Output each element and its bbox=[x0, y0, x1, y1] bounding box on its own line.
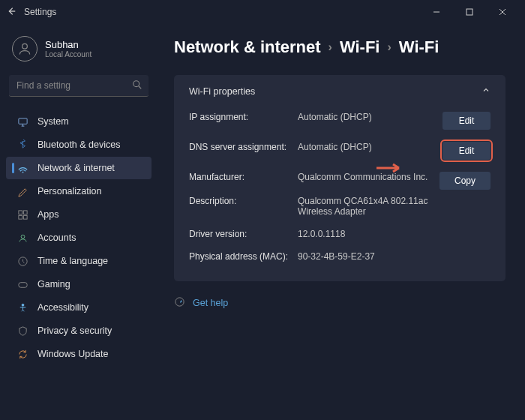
row-value: 90-32-4B-59-E2-37 bbox=[298, 251, 490, 262]
sidebar-item-accessibility[interactable]: Accessibility bbox=[6, 296, 152, 319]
edit-dns-button[interactable]: Edit bbox=[442, 142, 490, 160]
back-icon[interactable] bbox=[6, 6, 16, 19]
row-value: 12.0.0.1118 bbox=[298, 229, 490, 239]
description-row: Description: Qualcomm QCA61x4A 802.11ac … bbox=[189, 196, 490, 223]
ip-assignment-row: IP assignment: Automatic (DHCP) Edit bbox=[189, 106, 490, 136]
chevron-right-icon: › bbox=[387, 40, 391, 54]
help-icon bbox=[174, 296, 185, 310]
svg-point-12 bbox=[22, 304, 24, 306]
breadcrumb-network[interactable]: Network & internet bbox=[174, 38, 321, 57]
breadcrumb-current: Wi-Fi bbox=[399, 38, 440, 57]
row-value: Automatic (DHCP) bbox=[298, 142, 442, 152]
svg-rect-0 bbox=[466, 9, 472, 15]
window-title: Settings bbox=[24, 7, 56, 17]
get-help-link[interactable]: Get help bbox=[174, 296, 506, 310]
row-label: IP assignment: bbox=[189, 112, 298, 122]
row-value: Qualcomm Communications Inc. bbox=[298, 172, 440, 182]
sidebar-item-label: Apps bbox=[38, 209, 59, 220]
sidebar-item-label: Accounts bbox=[38, 232, 76, 243]
svg-rect-5 bbox=[18, 210, 22, 214]
svg-rect-8 bbox=[23, 215, 27, 219]
sidebar-item-personalization[interactable]: Personalization bbox=[6, 180, 152, 202]
sidebar-item-label: Accessibility bbox=[38, 302, 88, 313]
sidebar-item-accounts[interactable]: Accounts bbox=[6, 226, 152, 249]
svg-rect-6 bbox=[23, 210, 27, 214]
minimize-button[interactable] bbox=[420, 2, 453, 22]
svg-point-2 bbox=[134, 81, 140, 87]
breadcrumb-wifi[interactable]: Wi-Fi bbox=[340, 38, 380, 57]
driver-version-row: Driver version: 12.0.0.1118 bbox=[189, 223, 490, 245]
row-label: Driver version: bbox=[189, 229, 298, 239]
system-icon bbox=[16, 116, 28, 128]
row-value: Automatic (DHCP) bbox=[298, 112, 442, 122]
svg-rect-3 bbox=[18, 118, 26, 124]
breadcrumb: Network & internet › Wi-Fi › Wi-Fi bbox=[174, 38, 506, 57]
chevron-up-icon bbox=[482, 86, 490, 97]
sidebar-item-label: Privacy & security bbox=[38, 326, 112, 336]
svg-point-4 bbox=[22, 171, 23, 172]
dns-assignment-row: DNS server assignment: Automatic (DHCP) … bbox=[189, 136, 490, 166]
copy-button[interactable]: Copy bbox=[440, 172, 490, 190]
bluetooth-icon bbox=[16, 139, 28, 151]
network-icon bbox=[16, 162, 28, 174]
sidebar-item-apps[interactable]: Apps bbox=[6, 203, 152, 226]
sidebar-item-update[interactable]: Windows Update bbox=[6, 343, 152, 365]
row-label: Description: bbox=[189, 196, 298, 206]
account-block[interactable]: Subhan Local Account bbox=[6, 33, 152, 72]
sidebar-item-network[interactable]: Network & internet bbox=[6, 157, 152, 179]
help-label: Get help bbox=[193, 298, 228, 308]
svg-rect-7 bbox=[18, 215, 22, 219]
row-label: Physical address (MAC): bbox=[189, 251, 298, 262]
svg-rect-11 bbox=[18, 282, 26, 287]
accessibility-icon bbox=[16, 302, 28, 314]
edit-ip-button[interactable]: Edit bbox=[442, 112, 490, 130]
mac-address-row: Physical address (MAC): 90-32-4B-59-E2-3… bbox=[189, 245, 490, 268]
sidebar-item-label: Windows Update bbox=[38, 349, 109, 359]
search-icon bbox=[132, 80, 142, 92]
svg-point-1 bbox=[22, 44, 28, 49]
row-value: Qualcomm QCA61x4A 802.11ac Wireless Adap… bbox=[298, 196, 440, 217]
panel-header[interactable]: Wi-Fi properties bbox=[174, 75, 506, 104]
account-name: Subhan bbox=[45, 39, 92, 50]
personalization-icon bbox=[16, 185, 28, 197]
wifi-properties-panel: Wi-Fi properties IP assignment: Automati… bbox=[174, 75, 506, 281]
gaming-icon bbox=[16, 278, 28, 290]
shield-icon bbox=[16, 325, 28, 337]
sidebar-item-label: Gaming bbox=[38, 279, 70, 290]
search-input[interactable] bbox=[9, 75, 148, 97]
maximize-button[interactable] bbox=[453, 2, 486, 22]
sidebar-item-time[interactable]: Time & language bbox=[6, 250, 152, 272]
sidebar-item-system[interactable]: System bbox=[6, 110, 152, 133]
row-label: DNS server assignment: bbox=[189, 142, 298, 152]
accounts-icon bbox=[16, 232, 28, 244]
sidebar-item-label: Bluetooth & devices bbox=[38, 140, 121, 150]
update-icon bbox=[16, 348, 28, 360]
time-icon bbox=[16, 255, 28, 267]
account-type: Local Account bbox=[45, 50, 92, 58]
sidebar-item-privacy[interactable]: Privacy & security bbox=[6, 320, 152, 342]
row-label: Manufacturer: bbox=[189, 172, 298, 182]
close-button[interactable] bbox=[486, 2, 519, 22]
chevron-right-icon: › bbox=[328, 40, 332, 54]
svg-point-9 bbox=[21, 235, 25, 238]
manufacturer-row: Manufacturer: Qualcomm Communications In… bbox=[189, 166, 490, 196]
sidebar-item-label: System bbox=[38, 116, 69, 127]
avatar bbox=[12, 36, 38, 62]
panel-title: Wi-Fi properties bbox=[189, 86, 255, 97]
sidebar-item-bluetooth[interactable]: Bluetooth & devices bbox=[6, 134, 152, 156]
sidebar-item-label: Network & internet bbox=[38, 163, 115, 173]
sidebar-item-label: Time & language bbox=[38, 256, 108, 266]
svg-point-13 bbox=[176, 298, 184, 306]
apps-icon bbox=[16, 208, 28, 220]
sidebar-item-gaming[interactable]: Gaming bbox=[6, 273, 152, 296]
sidebar-item-label: Personalization bbox=[38, 186, 101, 196]
